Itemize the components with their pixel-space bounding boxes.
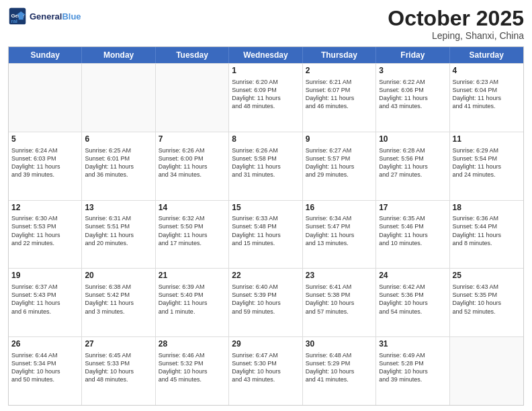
day-number: 13 <box>85 203 152 214</box>
day-info: Sunrise: 6:24 AM Sunset: 6:03 PM Dayligh… <box>11 146 79 179</box>
calendar-cell: 24Sunrise: 6:42 AM Sunset: 5:36 PM Dayli… <box>376 269 449 336</box>
day-number: 14 <box>159 203 226 214</box>
day-info: Sunrise: 6:26 AM Sunset: 5:58 PM Dayligh… <box>232 146 299 179</box>
calendar-body: 1Sunrise: 6:20 AM Sunset: 6:09 PM Daylig… <box>9 63 523 405</box>
calendar-header: SundayMondayTuesdayWednesdayThursdayFrid… <box>9 47 523 63</box>
calendar-cell: 6Sunrise: 6:25 AM Sunset: 6:01 PM Daylig… <box>82 132 155 200</box>
day-number: 6 <box>85 134 152 145</box>
day-info: Sunrise: 6:22 AM Sunset: 6:06 PM Dayligh… <box>379 78 446 111</box>
calendar-row: 1Sunrise: 6:20 AM Sunset: 6:09 PM Daylig… <box>9 63 523 132</box>
day-number: 22 <box>232 271 299 281</box>
calendar-cell: 7Sunrise: 6:26 AM Sunset: 6:00 PM Daylig… <box>156 132 229 200</box>
day-number: 29 <box>232 339 299 350</box>
logo-icon: Gene ral <box>8 7 27 26</box>
day-info: Sunrise: 6:44 AM Sunset: 5:34 PM Dayligh… <box>11 351 79 384</box>
day-info: Sunrise: 6:40 AM Sunset: 5:39 PM Dayligh… <box>232 283 299 316</box>
calendar-row: 5Sunrise: 6:24 AM Sunset: 6:03 PM Daylig… <box>9 132 523 200</box>
day-info: Sunrise: 6:31 AM Sunset: 5:51 PM Dayligh… <box>85 214 152 247</box>
weekday-header: Sunday <box>9 47 82 63</box>
day-number: 24 <box>379 271 446 281</box>
calendar-cell: 30Sunrise: 6:48 AM Sunset: 5:29 PM Dayli… <box>303 337 376 405</box>
calendar-row: 26Sunrise: 6:44 AM Sunset: 5:34 PM Dayli… <box>9 336 523 405</box>
calendar-cell <box>156 64 229 132</box>
calendar-cell: 29Sunrise: 6:47 AM Sunset: 5:30 PM Dayli… <box>229 337 302 405</box>
day-info: Sunrise: 6:48 AM Sunset: 5:29 PM Dayligh… <box>306 351 373 384</box>
weekday-header: Friday <box>376 47 449 63</box>
day-info: Sunrise: 6:23 AM Sunset: 6:04 PM Dayligh… <box>453 78 521 111</box>
day-info: Sunrise: 6:41 AM Sunset: 5:38 PM Dayligh… <box>306 283 373 316</box>
day-info: Sunrise: 6:34 AM Sunset: 5:47 PM Dayligh… <box>306 214 373 247</box>
day-number: 23 <box>306 271 373 281</box>
day-info: Sunrise: 6:45 AM Sunset: 5:33 PM Dayligh… <box>85 351 152 384</box>
page-header: Gene ral GeneralBlue October 2025 Leping… <box>8 7 524 41</box>
day-info: Sunrise: 6:49 AM Sunset: 5:28 PM Dayligh… <box>379 351 446 384</box>
day-info: Sunrise: 6:47 AM Sunset: 5:30 PM Dayligh… <box>232 351 299 384</box>
day-info: Sunrise: 6:35 AM Sunset: 5:46 PM Dayligh… <box>379 214 446 247</box>
calendar-cell <box>450 337 523 405</box>
day-number: 7 <box>159 134 226 145</box>
logo: Gene ral GeneralBlue <box>8 7 81 26</box>
calendar-cell: 18Sunrise: 6:36 AM Sunset: 5:44 PM Dayli… <box>450 201 523 269</box>
day-number: 2 <box>306 66 373 77</box>
day-number: 25 <box>453 271 521 281</box>
calendar-cell: 4Sunrise: 6:23 AM Sunset: 6:04 PM Daylig… <box>450 64 523 132</box>
calendar-cell: 20Sunrise: 6:38 AM Sunset: 5:42 PM Dayli… <box>82 269 155 336</box>
month-title: October 2025 <box>388 7 524 30</box>
day-number: 18 <box>453 203 521 214</box>
day-number: 11 <box>453 134 521 145</box>
day-info: Sunrise: 6:30 AM Sunset: 5:53 PM Dayligh… <box>11 214 79 247</box>
calendar-cell: 21Sunrise: 6:39 AM Sunset: 5:40 PM Dayli… <box>156 269 229 336</box>
location-subtitle: Leping, Shanxi, China <box>388 30 524 41</box>
calendar-cell: 19Sunrise: 6:37 AM Sunset: 5:43 PM Dayli… <box>9 269 82 336</box>
day-number: 26 <box>11 339 79 350</box>
calendar-cell: 10Sunrise: 6:28 AM Sunset: 5:56 PM Dayli… <box>376 132 449 200</box>
day-number: 27 <box>85 339 152 350</box>
day-number: 8 <box>232 134 299 145</box>
day-info: Sunrise: 6:46 AM Sunset: 5:32 PM Dayligh… <box>159 351 226 384</box>
day-number: 9 <box>306 134 373 145</box>
calendar-cell: 23Sunrise: 6:41 AM Sunset: 5:38 PM Dayli… <box>303 269 376 336</box>
day-number: 19 <box>11 271 79 281</box>
calendar-cell: 28Sunrise: 6:46 AM Sunset: 5:32 PM Dayli… <box>156 337 229 405</box>
day-info: Sunrise: 6:36 AM Sunset: 5:44 PM Dayligh… <box>453 214 521 247</box>
day-number: 1 <box>232 66 299 77</box>
day-number: 16 <box>306 203 373 214</box>
day-info: Sunrise: 6:27 AM Sunset: 5:57 PM Dayligh… <box>306 146 373 179</box>
calendar-cell: 16Sunrise: 6:34 AM Sunset: 5:47 PM Dayli… <box>303 201 376 269</box>
day-info: Sunrise: 6:21 AM Sunset: 6:07 PM Dayligh… <box>306 78 373 111</box>
day-info: Sunrise: 6:29 AM Sunset: 5:54 PM Dayligh… <box>453 146 521 179</box>
weekday-header: Saturday <box>450 47 523 63</box>
day-number: 3 <box>379 66 446 77</box>
weekday-header: Tuesday <box>156 47 229 63</box>
calendar-cell: 5Sunrise: 6:24 AM Sunset: 6:03 PM Daylig… <box>9 132 82 200</box>
weekday-header: Thursday <box>303 47 376 63</box>
calendar-cell: 12Sunrise: 6:30 AM Sunset: 5:53 PM Dayli… <box>9 201 82 269</box>
day-number: 31 <box>379 339 446 350</box>
calendar-cell <box>82 64 155 132</box>
day-info: Sunrise: 6:20 AM Sunset: 6:09 PM Dayligh… <box>232 78 299 111</box>
day-info: Sunrise: 6:43 AM Sunset: 5:35 PM Dayligh… <box>453 283 521 316</box>
day-info: Sunrise: 6:39 AM Sunset: 5:40 PM Dayligh… <box>159 283 226 316</box>
weekday-header: Wednesday <box>229 47 302 63</box>
calendar-cell: 2Sunrise: 6:21 AM Sunset: 6:07 PM Daylig… <box>303 64 376 132</box>
day-number: 21 <box>159 271 226 281</box>
day-number: 15 <box>232 203 299 214</box>
calendar-cell: 17Sunrise: 6:35 AM Sunset: 5:46 PM Dayli… <box>376 201 449 269</box>
day-info: Sunrise: 6:32 AM Sunset: 5:50 PM Dayligh… <box>159 214 226 247</box>
day-info: Sunrise: 6:28 AM Sunset: 5:56 PM Dayligh… <box>379 146 446 179</box>
day-info: Sunrise: 6:26 AM Sunset: 6:00 PM Dayligh… <box>159 146 226 179</box>
calendar-cell: 14Sunrise: 6:32 AM Sunset: 5:50 PM Dayli… <box>156 201 229 269</box>
day-info: Sunrise: 6:33 AM Sunset: 5:48 PM Dayligh… <box>232 214 299 247</box>
calendar-cell: 27Sunrise: 6:45 AM Sunset: 5:33 PM Dayli… <box>82 337 155 405</box>
day-number: 10 <box>379 134 446 145</box>
calendar-cell: 8Sunrise: 6:26 AM Sunset: 5:58 PM Daylig… <box>229 132 302 200</box>
day-number: 5 <box>11 134 79 145</box>
calendar-cell: 11Sunrise: 6:29 AM Sunset: 5:54 PM Dayli… <box>450 132 523 200</box>
calendar-cell <box>9 64 82 132</box>
calendar-cell: 15Sunrise: 6:33 AM Sunset: 5:48 PM Dayli… <box>229 201 302 269</box>
title-block: October 2025 Leping, Shanxi, China <box>388 7 524 41</box>
day-info: Sunrise: 6:42 AM Sunset: 5:36 PM Dayligh… <box>379 283 446 316</box>
calendar-cell: 26Sunrise: 6:44 AM Sunset: 5:34 PM Dayli… <box>9 337 82 405</box>
calendar-cell: 25Sunrise: 6:43 AM Sunset: 5:35 PM Dayli… <box>450 269 523 336</box>
calendar-row: 12Sunrise: 6:30 AM Sunset: 5:53 PM Dayli… <box>9 200 523 269</box>
